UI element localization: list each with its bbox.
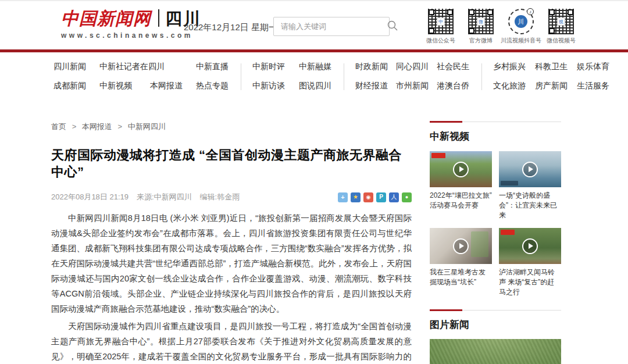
nav-item-tongxin-sichuan[interactable]: 同心四川 [396,62,430,72]
play-icon [430,228,492,264]
article-body: 中新网四川新闻8月18日电 (米小米 刘亚男)近日，“旅投创新第一届招商发展大会… [51,210,412,364]
nav-item-rural-revitalization[interactable]: 乡村振兴 [493,62,527,72]
article-editor: 编辑:韩金雨 [200,192,240,202]
breadcrumb-separator: > [117,122,122,131]
qr-round-code-icon: 川♪ [508,9,534,34]
share-plus-icon[interactable]: + [338,192,348,202]
share-weibo-icon[interactable]: ◉ [363,192,373,202]
nav-item-hk-macao-taiwan[interactable]: 港澳台侨 [437,81,470,91]
nav-item-video[interactable]: 中新视频 [99,81,138,91]
share-tencent-weibo-icon[interactable]: P [376,192,386,202]
main-nav: 四川新闻 中新社记者在四川 中新直播 成都新闻 中新视频 本网报道 热点专题 中… [0,52,628,99]
sidebar: 中新视频 2022年“壤巴拉文旅”活动赛马会开赛 [430,122,561,364]
nav-group-topics: 时政新闻 同心四川 社会民生 财经报道 市州新闻 港澳台侨 [355,62,470,91]
nav-item-interviews[interactable]: 中新访谈 [252,81,286,91]
video-caption: 一场“史诗般的盛会”：让宜宾未来已来 [499,191,561,220]
nav-item-chengdu-news[interactable]: 成都新闻 [53,81,87,91]
article-paragraph: 天府国际动漫城作为四川省重点建设项目，是四川旅投一号工程，将打造成为“全国首创动… [51,319,412,364]
share-wechat-icon[interactable]: ● [402,192,412,202]
nav-separator [241,63,241,90]
nav-item-converged-media[interactable]: 中新融媒 [299,62,333,72]
nav-item-commentary[interactable]: 中新时评 [252,62,286,72]
nav-group-local: 四川新闻 中新社记者在四川 中新直播 成都新闻 中新视频 本网报道 热点专题 [53,62,230,91]
nav-item-pictorial[interactable]: 图说四川 [299,81,333,91]
nav-item-city-news[interactable]: 市州新闻 [396,81,430,91]
article-title: 天府国际动漫城将打造成 “全国首创动漫主题产商旅无界融合中心” [51,147,412,180]
qr-label: 官方微博 [469,37,493,45]
qr-douyin: 川♪ 川流视频抖音号 [506,9,536,45]
video-caption: 泸沽湖畔又闻马铃声 来场“复古”的赶马之行 [499,267,561,297]
video-caption: 我在三星堆考古发掘现场当“坑长” [430,267,492,287]
nav-item-politics[interactable]: 时政新闻 [355,62,389,72]
video-item[interactable]: 2022年“壤巴拉文旅”活动赛马会开赛 [430,151,492,220]
play-icon [430,151,492,187]
qr-wechat-official: 中 微信公众号 [426,9,455,45]
article-source: 来源:中新网四川 [137,192,192,202]
article-column: 首页 > 本网报道 > 中新网四川 天府国际动漫城将打造成 “全国首创动漫主题产… [51,122,412,364]
photo-section-title: 图片新闻 [430,318,561,331]
content-area: 首页 > 本网报道 > 中新网四川 天府国际动漫城将打造成 “全国首创动漫主题产… [0,99,628,364]
video-news-section: 中新视频 2022年“壤巴拉文旅”活动赛马会开赛 [430,122,561,297]
nav-item-cns-reporters[interactable]: 中新社记者在四川 [99,62,184,72]
breadcrumb-separator: > [72,122,77,131]
share-renren-icon[interactable]: 人 [389,192,399,202]
header-date: 2022年12月12日 星期一 [184,22,277,33]
qr-label: 微信视频号 [547,37,576,45]
play-icon [499,228,561,264]
article-date: 2022年08月18日 21:19 [51,192,129,202]
photo-news-image[interactable] [430,339,561,364]
video-grid: 2022年“壤巴拉文旅”活动赛马会开赛 一场“史诗般的盛会”：让宜宾未来已来 [430,151,561,297]
qr-weibo: 微 官方微博 [466,9,495,45]
nav-group-lifestyle: 乡村振兴 科教卫生 娱乐体育 文化旅游 房产新闻 生活服务 [493,62,611,91]
video-thumbnail [430,228,492,264]
site-logo[interactable]: 中国新闻网 四川 www.sc.chinanews.com [61,9,201,40]
qr-wechat-channels: 视 微信视频号 [547,9,576,45]
video-item[interactable]: 我在三星堆考古发掘现场当“坑长” [430,228,492,297]
page: 中国新闻网 四川 www.sc.chinanews.com 2022年12月12… [0,0,628,364]
video-caption: 2022年“壤巴拉文旅”活动赛马会开赛 [430,191,492,210]
logo-brand-text: 中国新闻网 [61,10,151,27]
nav-item-science-education[interactable]: 科教卫生 [535,62,569,72]
nav-item-hot-topics[interactable]: 热点专题 [196,81,230,91]
nav-item-real-estate[interactable]: 房产新闻 [535,81,569,91]
nav-item-live[interactable]: 中新直播 [196,62,230,72]
play-icon [499,151,561,187]
site-header: 中国新闻网 四川 www.sc.chinanews.com 2022年12月12… [0,0,628,49]
nav-item-site-report[interactable]: 本网报道 [150,81,184,91]
nav-item-entertainment-sports[interactable]: 娱乐体育 [577,62,611,72]
share-qzone-icon[interactable]: ★ [351,192,361,202]
share-bar: + ★ ◉ P 人 ● [338,192,412,202]
nav-separator [481,63,482,90]
breadcrumb-home[interactable]: 首页 [51,122,66,131]
video-thumbnail [499,228,561,264]
search-button[interactable] [387,17,398,35]
search-box [273,17,390,36]
nav-item-life-services[interactable]: 生活服务 [577,81,611,91]
article-meta: 2022年08月18日 21:19 来源:中新网四川 编辑:韩金雨 + ★ ◉ … [51,192,412,202]
breadcrumb: 首页 > 本网报道 > 中新网四川 [51,122,412,132]
photo-news-section: 图片新闻 [430,310,561,364]
breadcrumb-section[interactable]: 本网报道 [82,122,112,131]
nav-item-finance[interactable]: 财经报道 [355,81,389,91]
qr-code-icon: 视 [548,9,574,34]
logo-divider [158,9,159,27]
nav-separator [344,63,344,90]
section-header: 中新视频 [430,122,561,143]
qr-code-icon: 中 [428,9,454,34]
nav-item-culture-tourism[interactable]: 文化旅游 [493,81,527,91]
video-thumbnail [499,151,561,187]
nav-item-sichuan-news[interactable]: 四川新闻 [53,62,87,72]
video-section-title: 中新视频 [430,130,561,143]
qr-code-row: 中 微信公众号 微 官方微博 川♪ 川流视频抖音号 视 微信视频号 [426,9,576,45]
video-item[interactable]: 一场“史诗般的盛会”：让宜宾未来已来 [499,151,561,220]
search-icon [387,20,398,33]
video-thumbnail [430,151,492,187]
site-url: www.sc.chinanews.com [61,31,201,40]
nav-group-media: 中新时评 中新融媒 中新访谈 图说四川 [252,62,333,91]
article-paragraph: 中新网四川新闻8月18日电 (米小米 刘亚男)近日，“旅投创新第一届招商发展大会… [51,210,412,316]
breadcrumb-current[interactable]: 中新网四川 [128,122,166,131]
qr-code-icon: 微 [468,9,494,34]
search-input[interactable] [274,22,387,31]
nav-item-society[interactable]: 社会民生 [437,62,470,72]
video-item[interactable]: 泸沽湖畔又闻马铃声 来场“复古”的赶马之行 [499,228,561,297]
